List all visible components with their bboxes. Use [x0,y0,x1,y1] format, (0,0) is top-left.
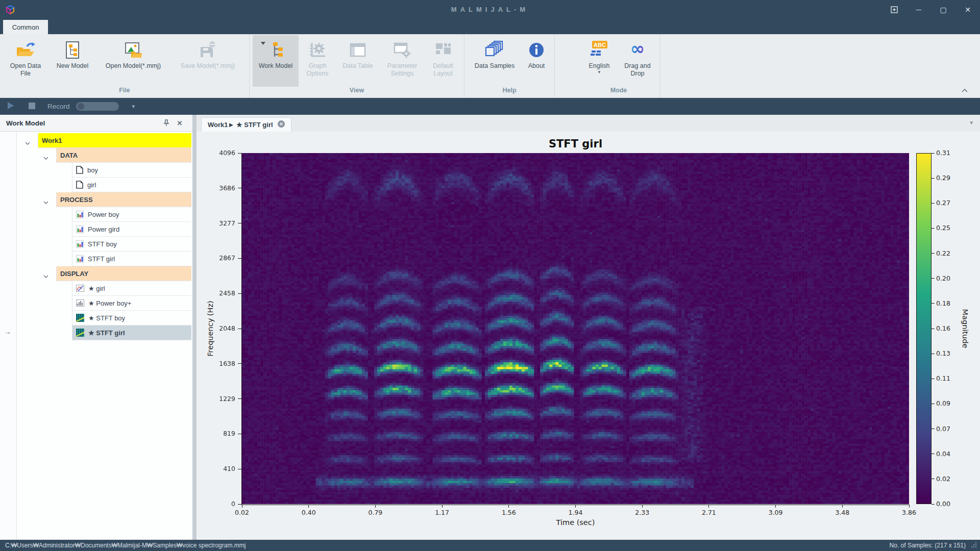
tab-close-icon[interactable] [278,120,285,129]
y-tick-mark [238,153,242,154]
x-tick-mark [508,505,509,508]
sample-count: No. of Samples: (217 x 151) [890,542,966,549]
data-samples-button[interactable]: Data Samples [468,35,522,87]
y-tick-mark [238,188,242,188]
abc-language-icon: ABC [588,39,610,61]
tree-item-label: STFT girl [84,255,115,263]
x-tick-label: 3.09 [761,509,791,516]
pin-icon[interactable] [160,119,173,127]
tree-item-display-stft-boy[interactable]: ★ STFT boy [72,311,191,325]
chevron-down-icon [261,39,265,47]
y-tick-label: 3686 [197,184,235,192]
tree-item-label: ★ Power boy+ [84,299,131,307]
ribbon-group-label: File [3,87,246,97]
colorbar-tick-mark [932,178,935,179]
work-model-button[interactable]: Work Model [253,35,299,87]
bar-chart-icon [76,211,84,218]
tree-item-display[interactable]: DISPLAY [56,266,191,281]
colorbar-tick-label: 0.04 [936,450,950,458]
resize-grip[interactable] [971,542,977,549]
panel-title: Work Model [6,119,45,127]
y-tick-label: 4096 [197,149,235,157]
colorbar-tick-mark [932,379,935,379]
svg-text:∞: ∞ [630,40,645,59]
y-tick-label: 1638 [197,360,235,367]
tree-item-label: STFT boy [84,240,117,248]
y-tick-mark [238,329,242,329]
y-tick-label: 3277 [197,219,235,227]
tree-item-power-gird[interactable]: Power gird [72,222,191,237]
main-area: Work1► ★ STFT girl ▾ STFT girl Frequency… [197,115,980,540]
tree-item-stft-girl-process[interactable]: STFT girl [72,252,191,266]
spectrogram-icon [76,314,84,322]
ribbon-group-help: Data Samples About Help [464,34,555,97]
tree-item-girl[interactable]: girl [72,178,191,192]
plot-area: STFT girl Frequency (Hz) Magnitude Time … [197,132,980,540]
chevron-down-icon[interactable] [43,154,48,161]
record-toggle[interactable] [76,102,119,111]
stacked-pages-icon [483,39,506,61]
data-table-button[interactable]: Data Table [336,35,379,87]
panel-close-icon[interactable]: ✕ [173,119,186,127]
save-model-icon [198,39,218,61]
ribbon-tab-strip: Common [0,19,980,34]
tree-item-display-power-boy[interactable]: ★ Power boy+ [72,296,191,311]
x-tick-mark [642,505,643,508]
line-chart-icon [76,285,84,292]
open-model-button[interactable]: Open Model(*.mmj) [97,35,169,87]
open-data-file-button[interactable]: Open Data File [3,35,48,87]
new-model-icon [64,39,81,61]
work-model-panel-header: Work Model ✕ [0,115,192,132]
language-button[interactable]: ABC English ▾ [580,35,618,87]
drag-and-drop-button[interactable]: ∞ Drag and Drop [618,35,657,87]
tree-item-display-girl[interactable]: ★ girl [72,281,191,296]
colorbar-tick-label: 0.11 [936,374,950,382]
colorbar-tick-mark [932,228,935,229]
colorbar-tick-mark [932,253,935,254]
tab-stft-girl[interactable]: Work1► ★ STFT girl [201,117,291,132]
play-button[interactable] [7,102,14,112]
tree-item-label: PROCESS [57,196,93,204]
tree-item-power-boy[interactable]: Power boy [72,207,191,222]
chevron-down-icon: ▾ [598,70,601,74]
tree-item-display-stft-girl[interactable]: ★ STFT girl [72,325,191,340]
y-tick-mark [238,258,242,259]
open-folder-icon [15,39,36,61]
colorbar [916,153,932,504]
histogram-icon [76,299,84,307]
tree-item-data[interactable]: DATA [56,148,191,163]
default-layout-button[interactable]: Default Layout [425,35,461,87]
file-path: C:₩Users₩Administrator₩Documents₩Malmija… [5,542,246,549]
chevron-down-icon[interactable] [25,139,30,146]
button-label: Data Samples [475,62,515,70]
y-tick-mark [238,434,242,434]
save-model-button[interactable]: Save Model(*.mmj) [169,35,246,87]
tab-common[interactable]: Common [3,20,48,34]
tree-item-process[interactable]: PROCESS [56,192,191,207]
status-bar: C:₩Users₩Administrator₩Documents₩Malmija… [0,540,980,551]
x-tick-label: 1.56 [494,509,524,516]
new-model-button[interactable]: New Model [48,35,97,87]
parameter-settings-button[interactable]: Parameter Settings [379,35,425,87]
y-tick-mark [238,223,242,223]
colorbar-tick-label: 0.13 [936,349,950,357]
chevron-down-icon[interactable] [43,272,48,280]
tree-item-boy[interactable]: boy [72,163,191,178]
collapse-ribbon-icon[interactable] [962,85,968,94]
tab-list-caret-icon[interactable]: ▾ [970,119,973,126]
x-tick-label: 2.71 [694,509,724,516]
button-label: New Model [57,62,89,70]
record-dropdown-caret-icon[interactable]: ▾ [132,103,135,110]
x-tick-mark [242,505,242,508]
button-label: Save Model(*.mmj) [181,62,235,70]
stop-button[interactable] [29,102,35,111]
bar-chart-icon [76,226,84,233]
tree-item-work1[interactable]: Work1 [38,133,191,148]
about-button[interactable]: About [522,35,551,87]
tree-item-label: Power boy [84,211,119,218]
chevron-down-icon[interactable] [43,198,48,206]
panel-splitter[interactable] [192,115,197,540]
graph-options-button[interactable]: Graph Options [299,35,336,87]
record-label: Record [47,103,70,110]
tree-item-stft-boy-process[interactable]: STFT boy [72,237,191,252]
